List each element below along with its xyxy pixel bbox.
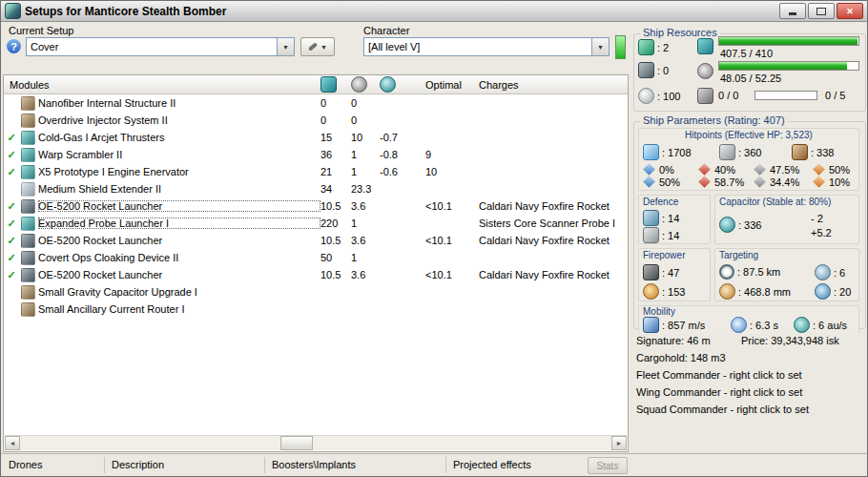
explosive-resist-icon <box>813 163 825 176</box>
minimize-button[interactable] <box>779 3 806 19</box>
maximize-icon <box>816 8 826 15</box>
thermal-resist-icon <box>698 176 711 188</box>
setup-tools-button[interactable]: ▼ <box>300 37 335 56</box>
table-row[interactable]: Nanofiber Internal Structure II 0 0 <box>4 94 628 112</box>
table-row[interactable]: ✓ OE-5200 Rocket Launcher 10.5 3.6 <10.1… <box>4 266 628 283</box>
title-bar[interactable]: Setups for Manticore Stealth Bomber ✕ <box>1 1 867 22</box>
powergrid-icon <box>697 63 713 79</box>
squad-commander-text[interactable]: Squad Commander - right click to set <box>636 404 809 415</box>
ship-resources-group: Ship Resources : 2 : 0 : 100 407.5 / 410… <box>633 33 866 112</box>
scrollbar-thumb[interactable] <box>280 436 313 450</box>
optimal-column-header[interactable]: Optimal <box>425 79 479 91</box>
character-label: Character <box>363 25 409 36</box>
defence-value-1: : 14 <box>662 213 679 224</box>
cpu-column-icon[interactable] <box>320 76 337 93</box>
chevron-down-icon[interactable]: ▼ <box>277 38 294 55</box>
module-icon <box>21 268 35 282</box>
turret-hardpoints-icon <box>638 39 654 55</box>
check-icon: ✓ <box>4 149 19 161</box>
targeting-title: Targeting <box>715 249 858 261</box>
table-row[interactable]: ✓ Covert Ops Cloaking Device II 50 1 <box>4 249 628 266</box>
module-cpu: 0 <box>320 97 351 109</box>
sensor-strength: : 20 <box>834 286 851 298</box>
cargohold-text: Cargohold: 148 m3 <box>636 352 726 363</box>
table-row[interactable]: ✓ OE-5200 Rocket Launcher 10.5 3.6 <10.1… <box>4 197 628 215</box>
module-icon <box>21 114 35 128</box>
module-icon <box>21 182 35 197</box>
hitpoints-box: Hitpoints (Effective HP: 3,523) : 1708 :… <box>638 128 859 191</box>
ship-resources-title: Ship Resources <box>640 27 720 38</box>
table-row[interactable]: Medium Shield Extender II 34 23.3 <box>4 180 628 197</box>
targeting-box: Targeting : 87.5 km : 6 : 468.8 mm : 20 <box>714 248 859 301</box>
module-optimal: <10.1 <box>425 235 479 246</box>
scroll-left-button[interactable]: ◄ <box>5 436 20 450</box>
current-setup-label: Current Setup <box>9 25 73 36</box>
setup-select-value: Cover <box>27 41 277 52</box>
powergrid-column-icon[interactable] <box>351 76 367 93</box>
tab-description[interactable]: Description <box>112 459 164 470</box>
horizontal-scrollbar[interactable]: ◄ ► <box>5 435 627 450</box>
module-charges: Sisters Core Scanner Probe I <box>479 218 628 229</box>
close-button[interactable]: ✕ <box>837 3 863 19</box>
shield-hp-value: : 1708 <box>662 147 692 158</box>
thermal-resist-icon <box>698 163 711 176</box>
stats-button[interactable]: Stats <box>588 457 628 474</box>
capacitor-recharge: +5.2 <box>811 227 832 238</box>
table-row[interactable]: Overdrive Injector System II 0 0 <box>4 112 628 129</box>
drones-text: 0 / 5 <box>825 90 845 101</box>
armor-hp-icon <box>719 144 735 160</box>
table-row[interactable]: ✓ OE-5200 Rocket Launcher 10.5 3.6 <10.1… <box>4 232 628 249</box>
tab-boosters-implants[interactable]: Boosters\Implants <box>272 459 356 470</box>
module-name: Small Gravity Capacitor Upgrade I <box>38 286 320 298</box>
module-name: X5 Prototype I Engine Enervator <box>38 166 320 177</box>
capacitor-column-icon[interactable] <box>380 76 396 93</box>
align-time: : 6.3 s <box>750 320 778 331</box>
drone-bar <box>754 91 817 100</box>
module-icon <box>21 148 35 162</box>
module-name: OE-5200 Rocket Launcher <box>38 200 320 212</box>
volley-icon <box>643 264 659 280</box>
module-pg: 3.6 <box>351 235 380 246</box>
table-row[interactable]: ✓ X5 Prototype I Engine Enervator 21 1 -… <box>4 163 628 180</box>
scroll-right-button[interactable]: ► <box>611 436 627 450</box>
module-name: OE-5200 Rocket Launcher <box>38 269 320 280</box>
scrollbar-track[interactable] <box>20 436 611 450</box>
maximize-button[interactable] <box>808 3 835 19</box>
module-pg: 0 <box>351 97 380 109</box>
divider <box>264 457 265 473</box>
tab-drones[interactable]: Drones <box>9 459 42 470</box>
ship-parameters-group: Ship Parameters (Rating: 407) Hitpoints … <box>633 121 866 329</box>
armor-em-resist: 50% <box>659 176 680 188</box>
firepower-box: Firepower : 47 : 153 <box>638 248 711 301</box>
modules-column-header[interactable]: Modules <box>4 79 320 91</box>
eft-window: { "window": { "title": "Setups for Manti… <box>0 0 868 477</box>
module-cpu: 10.5 <box>320 269 351 280</box>
character-select[interactable]: [All level V] ▼ <box>363 37 610 56</box>
table-row[interactable]: ✓ Cold-Gas I Arcjet Thrusters 15 10 -0.7 <box>4 129 628 146</box>
capacitor-box: Capacitor (Stable at: 80%) : 336 - 2 +5.… <box>714 195 859 244</box>
scan-resolution: : 468.8 mm <box>738 286 791 298</box>
chevron-down-icon[interactable]: ▼ <box>591 38 609 55</box>
cpu-usage-text: 407.5 / 410 <box>720 48 773 59</box>
window-title: Setups for Manticore Stealth Bomber <box>25 5 777 18</box>
table-row[interactable]: ✓ Expanded Probe Launcher I 220 1 Sister… <box>4 215 628 232</box>
defence-box: Defence : 14 : 14 <box>638 195 711 244</box>
max-velocity: : 857 m/s <box>662 320 705 331</box>
table-row[interactable]: ✓ Warp Scrambler II 36 1 -0.8 9 <box>4 146 628 163</box>
wing-commander-text[interactable]: Wing Commander - right click to set <box>636 386 802 398</box>
firepower-title: Firepower <box>639 249 710 261</box>
fleet-commander-text[interactable]: Fleet Commander - right click to set <box>636 369 802 381</box>
table-row[interactable]: Small Gravity Capacitor Upgrade I <box>4 283 628 301</box>
armor-explosive-resist: 10% <box>829 176 850 188</box>
max-targets: : 6 <box>834 267 845 279</box>
targeting-range-icon <box>719 264 734 280</box>
ship-parameters-title: Ship Parameters (Rating: 407) <box>640 114 788 126</box>
charges-column-header[interactable]: Charges <box>479 79 628 91</box>
table-row[interactable]: Small Ancillary Current Router I <box>4 301 628 318</box>
armor-repair-icon <box>643 227 659 243</box>
help-icon[interactable]: ? <box>7 39 21 53</box>
module-pg: 1 <box>351 166 380 177</box>
kinetic-resist-icon <box>754 163 766 176</box>
setup-select[interactable]: Cover ▼ <box>26 37 295 56</box>
tab-projected-effects[interactable]: Projected effects <box>453 459 531 470</box>
